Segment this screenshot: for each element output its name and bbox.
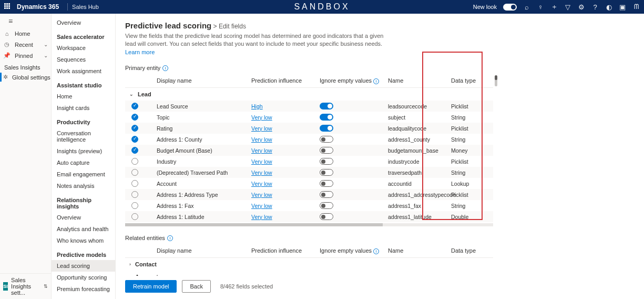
cell-type: String — [451, 114, 493, 121]
ignore-toggle[interactable] — [320, 114, 333, 121]
cell-name: budgetamount_base — [388, 147, 451, 154]
ignore-toggle[interactable] — [320, 191, 333, 198]
cell-type: Picklist — [451, 125, 493, 132]
side-item[interactable]: Home — [52, 91, 115, 102]
side-item[interactable]: Workspace — [52, 42, 115, 54]
row-checkbox[interactable] — [131, 169, 138, 176]
influence-link[interactable]: Very low — [251, 158, 272, 165]
influence-link[interactable]: Very low — [251, 125, 272, 132]
side-item[interactable]: Premium forecasting — [52, 283, 115, 295]
influence-link[interactable]: Very low — [251, 214, 272, 220]
ignore-toggle[interactable] — [320, 180, 333, 187]
cell-name: leadsourcecode — [388, 103, 451, 109]
influence-link[interactable]: Very low — [251, 114, 272, 121]
influence-link[interactable]: High — [251, 103, 263, 109]
gear-icon: ✲ — [3, 74, 8, 81]
side-item[interactable]: Insight cards — [52, 102, 115, 114]
group-lead[interactable]: ⌄Lead — [125, 88, 493, 101]
ignore-toggle[interactable] — [320, 147, 333, 154]
row-checkbox[interactable] — [131, 136, 138, 143]
row-checkbox[interactable] — [131, 191, 138, 198]
nav-recent[interactable]: ◷Recent⌄ — [0, 39, 51, 50]
globe-icon[interactable]: ◐ — [605, 3, 612, 11]
side-item[interactable]: Sequences — [52, 54, 115, 65]
filter-icon[interactable]: ▽ — [564, 3, 571, 11]
vertical-scrollbar[interactable] — [495, 75, 497, 86]
info-icon[interactable]: i — [162, 65, 168, 71]
side-item[interactable]: Conversation intelligence — [52, 127, 115, 145]
cell-display: Address 1: Fax — [146, 203, 251, 209]
row-checkbox[interactable] — [131, 147, 138, 154]
fields-table: Display name Prediction influence Ignore… — [125, 74, 493, 226]
table-row: IndustryVery lowindustrycodePicklist — [125, 156, 493, 167]
chat-icon[interactable]: ▣ — [619, 3, 626, 11]
page-description: View the fields that the predictive lead… — [125, 32, 388, 56]
retrain-button[interactable]: Retrain model — [125, 280, 177, 293]
side-item[interactable]: Overview — [52, 212, 115, 223]
influence-link[interactable]: Very low — [251, 147, 272, 154]
environment-label: SANDBOX — [294, 2, 350, 12]
group-contact[interactable]: ›Contact — [125, 258, 493, 271]
influence-link[interactable]: Very low — [251, 181, 272, 187]
lightbulb-icon[interactable]: ♀ — [537, 3, 544, 11]
row-checkbox[interactable] — [131, 103, 138, 109]
breadcrumb-subtitle: Edit fields — [219, 23, 246, 30]
hub-label[interactable]: Sales Hub — [72, 4, 99, 10]
info-icon[interactable]: i — [167, 235, 173, 241]
side-item[interactable]: Notes analysis — [52, 180, 115, 192]
influence-link[interactable]: Very low — [251, 136, 272, 143]
nav-pinned[interactable]: 📌Pinned⌄ — [0, 50, 51, 61]
app-launcher-icon[interactable] — [4, 3, 12, 11]
row-checkbox[interactable] — [131, 213, 138, 220]
ignore-toggle[interactable] — [320, 213, 333, 220]
row-checkbox[interactable] — [131, 125, 138, 132]
add-icon[interactable]: ＋ — [550, 3, 558, 11]
influence-link[interactable]: Very low — [251, 170, 272, 176]
side-item[interactable]: Insights (preview) — [52, 145, 115, 157]
learn-more-link[interactable]: Learn more — [125, 49, 155, 55]
side-item[interactable]: Email engagement — [52, 168, 115, 180]
horizontal-scrollbar[interactable] — [125, 223, 493, 226]
rail-footer[interactable]: SI Sales Insights sett... ⇅ — [0, 273, 51, 299]
info-icon[interactable]: i — [373, 78, 379, 84]
nav-global-settings[interactable]: ✲Global settings — [0, 72, 51, 83]
influence-link[interactable]: Very low — [251, 203, 272, 209]
side-item[interactable]: Overview — [52, 17, 115, 28]
side-item[interactable]: Work assignment — [52, 65, 115, 77]
cell-display: Account — [146, 181, 251, 187]
side-item[interactable]: Opportunity scoring — [52, 272, 115, 283]
cell-type: Lookup — [451, 181, 493, 187]
settings-icon[interactable]: ⚙ — [578, 3, 585, 11]
info-icon[interactable]: i — [373, 248, 379, 254]
hamburger-icon[interactable]: ≡ — [0, 14, 51, 28]
row-checkbox[interactable] — [131, 202, 138, 209]
row-checkbox[interactable] — [131, 114, 138, 121]
influence-link[interactable]: Very low — [251, 192, 272, 198]
side-group-title: Assistant studio — [52, 77, 115, 91]
nav-home[interactable]: ⌂Home — [0, 28, 51, 39]
help-icon[interactable]: ? — [591, 3, 599, 11]
cell-name: address1_fax — [388, 203, 451, 209]
row-checkbox[interactable] — [131, 180, 138, 187]
ignore-toggle[interactable] — [320, 158, 333, 165]
primary-entity-label: Primary entityi — [125, 65, 644, 71]
row-checkbox[interactable] — [131, 158, 138, 165]
new-look-toggle[interactable] — [503, 4, 517, 11]
search-icon[interactable]: ⌕ — [523, 3, 530, 11]
ignore-toggle[interactable] — [320, 136, 333, 143]
side-item[interactable]: Auto capture — [52, 157, 115, 168]
table-row: Address 1: FaxVery lowaddress1_faxString — [125, 200, 493, 211]
page-title: Predictive lead scoring — [125, 21, 211, 30]
cell-display: Address 1: Latitude — [146, 214, 251, 220]
ignore-toggle[interactable] — [320, 202, 333, 209]
person-icon[interactable]: ᗰ — [632, 3, 640, 11]
side-item[interactable]: Who knows whom — [52, 235, 115, 246]
ignore-toggle[interactable] — [320, 103, 333, 109]
ignore-toggle[interactable] — [320, 125, 333, 132]
back-button[interactable]: Back — [182, 280, 210, 293]
side-item[interactable]: Lead scoring — [52, 260, 115, 272]
chevron-down-icon: ⌄ — [44, 53, 48, 58]
cell-type: String — [451, 170, 493, 176]
ignore-toggle[interactable] — [320, 169, 333, 176]
side-item[interactable]: Analytics and health — [52, 223, 115, 235]
